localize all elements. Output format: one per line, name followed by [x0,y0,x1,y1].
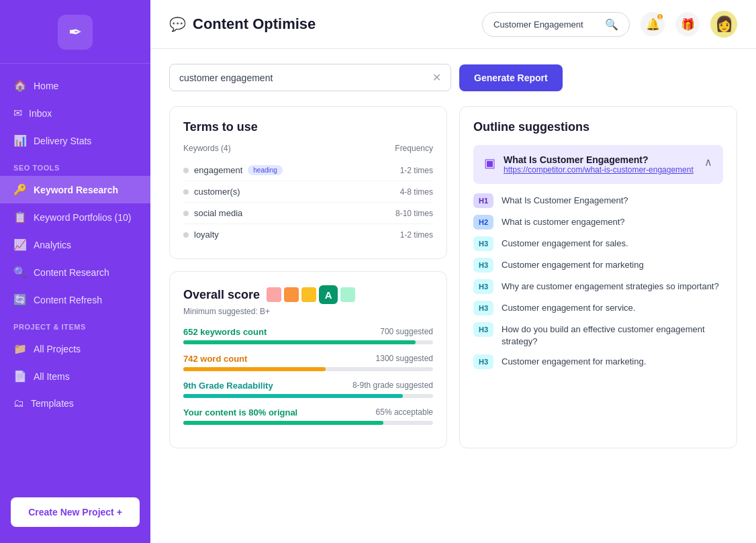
page-title-icon: 💬 [169,16,186,32]
term-row-loyalty: loyalty 1-2 times [183,224,433,245]
score-header: Overall score A [183,285,433,304]
terms-table-header: Keywords (4) Frequency [183,144,433,153]
progress-bar [183,421,433,425]
search-row: ✕ Generate Report [169,64,737,91]
suggestion-featured-header[interactable]: ▣ What Is Customer Engagement? https://c… [473,145,723,184]
featured-heading: What Is Customer Engagement? [504,154,694,165]
sidebar-item-keyword-portfolios[interactable]: 📋 Keyword Portfolios (10) [0,203,150,231]
user-avatar[interactable]: 👩 [710,11,737,38]
sidebar-item-label: All Projects [34,344,81,354]
metric-label-row: 742 word count 1300 suggested [183,354,433,364]
keyword-research-icon: 🔑 [13,183,27,196]
term-dot [183,211,189,216]
suggestion-header-content: What Is Customer Engagement? https://com… [504,154,694,175]
topbar-search[interactable]: 🔍 [482,12,630,37]
sidebar-item-inbox[interactable]: ✉ Inbox [0,99,150,127]
sidebar-item-label: All Items [34,371,70,382]
outline-text: What Is Customer Engagement? [502,193,628,207]
seo-section-label: SEO Tools [0,154,150,176]
term-left: engagement heading [183,165,283,175]
h3-badge: H3 [473,236,493,251]
outline-item-h3-6: H3 Customer engagement for marketing. [473,354,723,369]
score-bar-2 [284,287,299,302]
content-research-icon: 🔍 [13,266,27,279]
main-search-input[interactable] [179,72,426,83]
sidebar-item-analytics[interactable]: 📈 Analytics [0,231,150,258]
metric-readability: 9th Grade Readability 8-9th grade sugges… [183,381,433,398]
outline-text: What is customer engagement? [502,215,625,228]
sidebar-item-templates[interactable]: 🗂 Templates [0,390,150,417]
metric-wordcount: 742 word count 1300 suggested [183,354,433,371]
notifications-button[interactable]: 🔔 1 [641,12,665,36]
suggestion-header-left: ▣ What Is Customer Engagement? https://c… [484,154,694,175]
sidebar-item-delivery-stats[interactable]: 📊 Delivery Stats [0,127,150,154]
analytics-icon: 📈 [13,238,27,251]
home-icon: 🏠 [13,79,27,92]
outline-text: Customer engagement for marketing [502,258,644,271]
generate-report-button[interactable]: Generate Report [459,64,563,91]
outline-text: Customer engagement for sales. [502,236,628,250]
sidebar-nav: 🏠 Home ✉ Inbox 📊 Delivery Stats SEO Tool… [0,69,150,487]
score-bar-1 [267,287,281,302]
sidebar-item-label: Inbox [29,108,52,119]
frequency-header-label: Frequency [395,144,433,153]
create-project-button[interactable]: Create New Project + [11,497,140,527]
inbox-icon: ✉ [13,107,22,119]
doc-icon: ▣ [484,156,495,170]
metric-name: 742 word count [183,354,247,364]
notification-badge: 1 [657,13,663,20]
term-row-engagement: engagement heading 1-2 times [183,160,433,181]
sidebar-item-label: Analytics [34,240,71,250]
outline-text: Customer engagement for service. [502,301,635,314]
sidebar-item-label: Templates [31,398,74,409]
progress-fill [183,367,326,371]
h3-badge: H3 [473,258,493,273]
h1-badge: H1 [473,193,493,208]
main-search-field[interactable]: ✕ [169,64,451,91]
metric-suggested: 700 suggested [380,327,433,337]
progress-bar [183,367,433,371]
sidebar-item-label: Delivery Stats [34,136,91,146]
metric-label-row: 9th Grade Readability 8-9th grade sugges… [183,381,433,391]
sidebar-item-label: Content Research [34,267,109,278]
outline-text: Why are customer engagement strategies s… [502,279,719,293]
metric-label-row: 652 keywords count 700 suggested [183,327,433,337]
metric-suggested: 65% acceptable [376,407,433,417]
outline-card: Outline suggestions ▣ What Is Customer E… [459,106,737,448]
topbar-search-icon: 🔍 [605,18,618,31]
sidebar-item-all-items[interactable]: 📄 All Items [0,362,150,390]
terms-card-title: Terms to use [183,120,433,134]
outline-item-h3-5: H3 How do you build an effective custome… [473,322,723,348]
sidebar-logo: ✒ [0,0,150,64]
sidebar-item-all-projects[interactable]: 📁 All Projects [0,335,150,362]
terms-card: Terms to use Keywords (4) Frequency enga… [169,106,447,259]
h3-badge: H3 [473,354,493,369]
left-column: Terms to use Keywords (4) Frequency enga… [169,106,447,448]
metric-name: 652 keywords count [183,327,267,337]
clear-button[interactable]: ✕ [432,71,441,84]
term-name: social media [194,208,242,218]
term-dot [183,168,189,173]
outline-text: How do you build an effective customer e… [502,322,723,348]
sidebar-item-content-refresh[interactable]: 🔄 Content Refresh [0,286,150,313]
score-bars: A [267,285,355,304]
score-card-title: Overall score [183,288,260,302]
term-name: engagement [194,165,242,175]
h3-badge: H3 [473,279,493,294]
metric-label-row: Your content is 80% orignal 65% acceptab… [183,407,433,417]
term-left: loyalty [183,230,219,240]
featured-url[interactable]: https://competitor.com/what-is-customer-… [504,165,694,175]
sidebar-item-keyword-research[interactable]: 🔑 Keyword Research [0,176,150,203]
outline-item-h3-1: H3 Customer engagement for sales. [473,236,723,251]
all-items-icon: 📄 [13,370,27,383]
outline-item-h1: H1 What Is Customer Engagement? [473,193,723,208]
h3-badge: H3 [473,301,493,315]
sidebar-item-content-research[interactable]: 🔍 Content Research [0,258,150,286]
topbar-search-input[interactable] [493,19,600,30]
sidebar-item-home[interactable]: 🏠 Home [0,72,150,99]
gift-button[interactable]: 🎁 [675,12,700,36]
outline-card-title: Outline suggestions [473,120,723,134]
progress-fill [183,394,403,398]
app-logo-icon: ✒ [58,15,93,50]
metric-original: Your content is 80% orignal 65% acceptab… [183,407,433,425]
